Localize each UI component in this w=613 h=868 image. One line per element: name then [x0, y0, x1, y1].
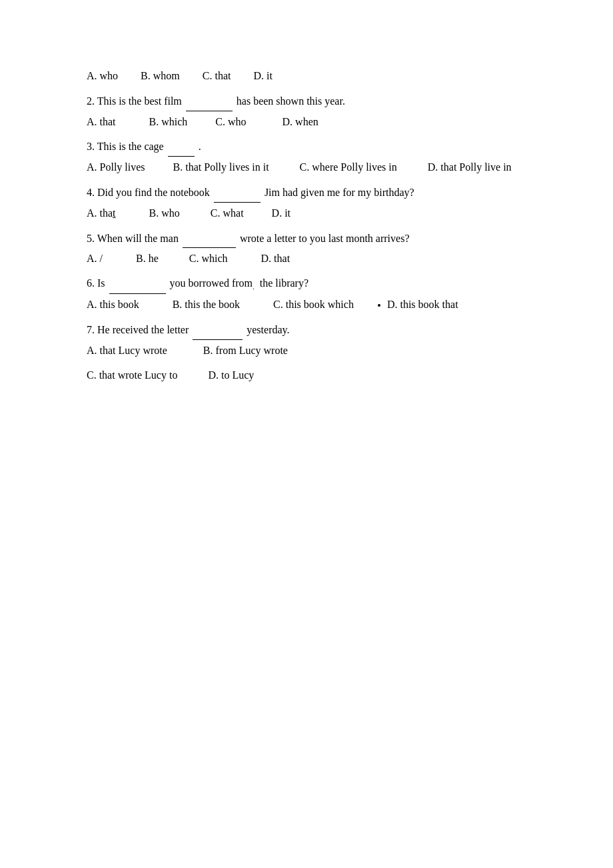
question-4: 4. Did you find the notebook Jim had giv… — [87, 183, 526, 223]
q3-option-d: D. that Polly live in — [420, 161, 512, 173]
question-7: 7. He received the letter yesterday. A. … — [87, 320, 526, 385]
q2-option-c: C. who — [210, 116, 246, 127]
q3-option-a: A. Polly lives — [87, 161, 145, 173]
q7-blank — [193, 320, 243, 340]
q4-blank — [214, 183, 261, 203]
q7-option-d: D. to Lucy — [200, 369, 254, 381]
q2-option-b: B. which — [139, 116, 188, 127]
q5-blank — [183, 229, 236, 249]
q6-option-d: D. this book that — [384, 299, 458, 310]
q6-number: 6. Is — [87, 277, 105, 289]
q6-text-after: you borrowed from. the library? — [170, 277, 308, 289]
q4-option-b: B. who — [139, 207, 180, 219]
q2-option-d: D. when — [269, 116, 318, 127]
q1-option-a: A. who — [87, 70, 118, 81]
q5-option-d: D. that — [251, 253, 291, 264]
q7-option-a: A. that Lucy wrote — [87, 345, 167, 356]
q4-question-line: 4. Did you find the notebook Jim had giv… — [87, 183, 526, 203]
q1-option-c: C. that — [203, 70, 231, 81]
q6-dot — [378, 304, 380, 307]
q7-text-after: yesterday. — [247, 324, 289, 335]
q3-blank — [168, 137, 195, 157]
q6-option-b: B. this the book — [162, 299, 240, 310]
q6-option-c: C. this book which — [263, 299, 354, 310]
q6-options-line: A. this book B. this the book C. this bo… — [87, 295, 526, 315]
q4-option-d: D. it — [267, 207, 291, 219]
question-5: 5. When will the man wrote a letter to y… — [87, 229, 526, 269]
question-3: 3. This is the cage . A. Polly lives B. … — [87, 137, 526, 177]
question-1-options: A. who B. whom C. that D. it — [87, 67, 526, 86]
q5-question-line: 5. When will the man wrote a letter to y… — [87, 229, 526, 249]
q2-option-a: A. that — [87, 116, 116, 127]
q2-options-line: A. that B. which C. who D. when — [87, 113, 526, 132]
q2-text-after: has been shown this year. — [237, 95, 345, 107]
q7-number: 7. He received the letter — [87, 324, 189, 335]
q4-options-line: A. that B. who C. what D. it — [87, 204, 526, 223]
q5-text-after: wrote a letter to you last month arrives… — [240, 233, 410, 244]
q6-blank — [109, 274, 166, 294]
q1-option-b: B. whom — [141, 70, 180, 81]
q2-blank — [186, 91, 233, 111]
q7-options-line-2: C. that wrote Lucy to D. to Lucy — [87, 366, 526, 385]
q3-question-line: 3. This is the cage . — [87, 137, 526, 157]
q3-text-after: . — [199, 141, 201, 152]
question-2: 2. This is the best film has been shown … — [87, 91, 526, 132]
q3-option-b: B. that Polly lives in it — [168, 161, 269, 173]
q7-option-b: B. from Lucy wrote — [190, 345, 288, 356]
q6-option-a: A. this book — [87, 299, 139, 310]
q7-option-c: C. that wrote Lucy to — [87, 369, 177, 381]
q4-option-c: C. what — [203, 207, 244, 219]
question-6: 6. Is you borrowed from. the library? A.… — [87, 274, 526, 315]
q7-question-line: 7. He received the letter yesterday. — [87, 320, 526, 340]
q1-option-d: D. it — [253, 70, 272, 81]
q2-question-line: 2. This is the best film has been shown … — [87, 91, 526, 111]
q3-option-c: C. where Polly lives in — [292, 161, 397, 173]
q1-options-line: A. who B. whom C. that D. it — [87, 67, 526, 86]
q6-question-line: 6. Is you borrowed from. the library? — [87, 274, 526, 294]
q7-options-line-1: A. that Lucy wrote B. from Lucy wrote — [87, 341, 526, 361]
q5-option-b: B. he — [125, 253, 159, 264]
q3-number: 3. This is the cage — [87, 141, 164, 152]
q4-text-after: Jim had given me for my birthday? — [265, 187, 414, 198]
q5-option-c: C. which — [181, 253, 228, 264]
q5-number: 5. When will the man — [87, 233, 179, 244]
q4-option-a: A. that — [87, 207, 116, 219]
q5-options-line: A. / B. he C. which D. that — [87, 249, 526, 269]
q3-options-line: A. Polly lives B. that Polly lives in it… — [87, 158, 526, 177]
q5-option-a: A. / — [87, 253, 103, 264]
q2-number: 2. This is the best film — [87, 95, 182, 107]
q4-number: 4. Did you find the notebook — [87, 187, 210, 198]
